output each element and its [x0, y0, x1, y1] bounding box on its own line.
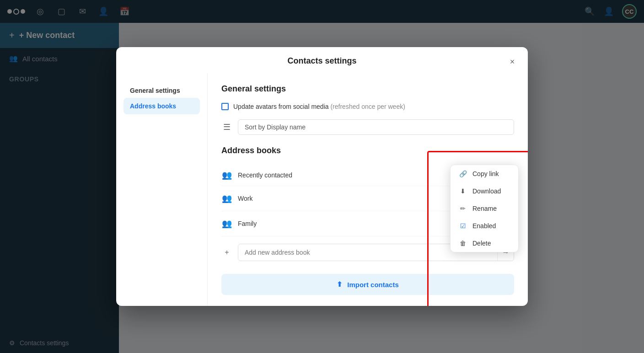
add-icon: + — [221, 248, 232, 257]
modal-content-area: General settings Update avatars from soc… — [208, 73, 528, 306]
general-settings-title: General settings — [221, 84, 514, 94]
avatar-checkbox-wrapper: Update avatars from social media (refres… — [221, 103, 405, 110]
avatar-checkbox-label: Update avatars from social media (refres… — [233, 103, 405, 110]
sort-select[interactable]: Sort by Display name — [238, 119, 514, 135]
context-menu-download[interactable]: ⬇ Download — [451, 182, 518, 200]
modal-title: Contacts settings — [287, 56, 356, 65]
address-book-icon: 👥 — [221, 170, 232, 180]
avatar-sublabel: (refreshed once per week) — [330, 103, 405, 110]
modal-header: Contacts settings × — [116, 47, 528, 73]
delete-icon: 🗑 — [459, 240, 467, 247]
delete-label: Delete — [472, 240, 491, 247]
import-icon: ⬆ — [337, 280, 343, 289]
import-contacts-button[interactable]: ⬆ Import contacts — [221, 274, 514, 295]
sort-icon: ☰ — [221, 122, 232, 132]
context-menu-enabled[interactable]: ☑ Enabled — [451, 217, 518, 235]
address-book-icon-family: 👥 — [221, 219, 232, 229]
context-menu: 🔗 Copy link ⬇ Download ✏ Rename ☑ Enable… — [450, 165, 519, 252]
address-book-icon-work: 👥 — [221, 193, 232, 203]
address-book-name-family: Family — [238, 220, 478, 227]
download-label: Download — [472, 187, 501, 195]
enabled-label: Enabled — [472, 222, 496, 230]
avatar-setting-row: Update avatars from social media (refres… — [221, 103, 514, 110]
context-menu-rename[interactable]: ✏ Rename — [451, 200, 518, 217]
address-book-name-work: Work — [238, 195, 478, 202]
download-icon: ⬇ — [459, 187, 467, 195]
context-menu-delete[interactable]: 🗑 Delete — [451, 235, 518, 252]
copy-link-icon: 🔗 — [459, 170, 467, 177]
contacts-settings-modal: Contacts settings × General settings Add… — [116, 47, 528, 306]
context-menu-copy-link[interactable]: 🔗 Copy link — [451, 165, 518, 182]
sort-row: ☰ Sort by Display name — [221, 119, 514, 135]
avatar-checkbox[interactable] — [221, 103, 229, 110]
modal-close-button[interactable]: × — [506, 55, 519, 68]
import-label: Import contacts — [347, 281, 399, 289]
rename-icon: ✏ — [459, 205, 467, 212]
modal-body: General settings Address books General s… — [116, 73, 528, 306]
enabled-icon: ☑ — [459, 222, 467, 230]
address-books-title: Address books — [221, 146, 514, 155]
general-settings-section: General settings Update avatars from soc… — [221, 84, 514, 135]
copy-link-label: Copy link — [472, 170, 499, 177]
general-settings-header: General settings — [123, 82, 200, 96]
address-books-sidebar-item[interactable]: Address books — [123, 98, 200, 114]
rename-label: Rename — [472, 205, 497, 212]
modal-sidebar: General settings Address books — [116, 73, 208, 306]
